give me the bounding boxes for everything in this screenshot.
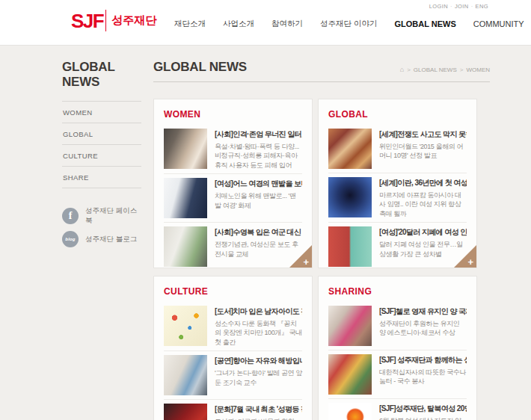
breadcrumb-global-news[interactable]: GLOBAL NEWS [414,67,457,73]
main-content: GLOBAL NEWS ⌂>GLOBAL NEWS>WOMEN WOMEN [사… [153,60,490,420]
news-thumbnail [328,129,372,169]
blog-icon: blog [62,231,79,247]
facebook-glyph: f [69,211,73,221]
news-desc: 성주재단이 후원하는 유지인 양 에스토니아·체코서 수상 [379,319,467,338]
news-panels: WOMEN [사회]인격·존엄 무너진 일터로 출근 욕설·차별·왕따·폭력 등… [153,99,477,420]
sidebar-item-culture[interactable]: CULTURE [62,145,141,167]
panel-women: WOMEN [사회]인격·존엄 무너진 일터로 출근 욕설·차별·왕따·폭력 등… [153,99,313,268]
news-desc: 6월 탈북 여성 대상 지도자 양성 교육 실시 [379,416,467,420]
news-item[interactable]: [세계]전쟁도 사고도 막지 못한 어머 위민인더월드 '2015 올해의 어머… [328,125,467,173]
sjf-logo[interactable]: SJF 성주재단 [71,10,156,31]
panel-more-button[interactable] [289,245,312,268]
blog-link[interactable]: blog 성주재단 블로그 [62,231,141,247]
news-thumbnail [328,177,372,217]
news-title: [도서]치마 입은 남자아이도 괜찮아 [215,306,302,317]
logo-text-en: SJF [71,11,103,31]
news-item[interactable]: [SJF]첼로 영재 유지인 양 국제콩쿠르 성주재단이 후원하는 유지인 양 … [328,302,467,350]
facebook-label: 성주재단 페이스북 [85,206,141,226]
utility-separator: · [450,3,452,10]
nav-foundation-intro[interactable]: 재단소개 [174,19,206,29]
news-desc: 마르지에 아프캄 동아시아 대사 임명.. 이란 여성 지위 향상 촉매 될까 [379,191,467,218]
nav-community[interactable]: COMMUNITY [473,19,524,28]
news-title: [SJF] 성주재단과 함께하는 성주그룹 [379,355,467,365]
news-title: [공연]향아는 자유와 해방입니다 [215,356,302,366]
sidebar: GLOBAL NEWS WOMEN GLOBAL CULTURE SHARE f… [62,60,141,253]
news-thumbnail [328,226,372,267]
news-title: [세계]이란, 36년만에 첫 여성 대사 [379,178,467,188]
news-title: [여성]'20달러 지폐에 여성 인물을' 캠 [379,227,467,238]
news-item[interactable]: [여성]어느 여경의 맨발을 보며 치매노인을 위해 맨발로... '맨발 여경… [164,173,302,222]
news-item[interactable]: [여성]'20달러 지폐에 여성 인물을' 캠 달러 지폐 여성 인물 전무…일… [328,222,467,268]
news-item[interactable]: WING [SJF]성주재단, 탈북여성 20명에 무 6월 탈북 여성 대상 … [328,398,467,420]
breadcrumb: ⌂>GLOBAL NEWS>WOMEN [400,66,490,75]
facebook-link[interactable]: f 성주재단 페이스북 [62,206,141,226]
news-desc: 성소수자 다룬 동화책 『꽁치의 옷장엔 치마만 100개』 국내 첫 출간 [215,319,302,347]
panel-global: GLOBAL [세계]전쟁도 사고도 막지 못한 어머 위민인더월드 '2015… [318,99,477,268]
panel-global-title[interactable]: GLOBAL [328,109,467,120]
news-thumbnail [164,355,207,395]
news-thumbnail [164,404,207,420]
utility-separator: · [471,3,473,10]
news-title: [여성]어느 여경의 맨발을 보며 [215,179,302,189]
join-link[interactable]: JOIN [455,3,469,10]
nav-foundation-story[interactable]: 성주재단 이야기 [320,19,377,29]
news-thumbnail [328,306,372,346]
news-thumbnail [328,354,372,395]
breadcrumb-separator: > [460,67,464,73]
news-desc: 대한적십자사의 따뜻한 국수나눔터 - 국수 봉사 [379,368,467,386]
nav-business-intro[interactable]: 사업소개 [223,19,254,29]
panel-women-title[interactable]: WOMEN [164,109,302,120]
news-title: [사회]수영복 입은 여군 대신 해병대 [215,227,302,238]
main-nav: 재단소개 사업소개 참여하기 성주재단 이야기 GLOBAL NEWS COMM… [174,19,524,29]
news-thumbnail [164,226,207,267]
news-item[interactable]: [SJF] 성주재단과 함께하는 성주그룹 대한적십자사의 따뜻한 국수나눔터 … [328,350,467,398]
news-item[interactable]: [도서]치마 입은 남자아이도 괜찮아 성소수자 다룬 동화책 『꽁치의 옷장엔… [164,302,302,350]
news-title: [문화]7월 국내 최초 '성평등 정책 전 [215,404,302,415]
sidebar-item-share[interactable]: SHARE [62,167,141,188]
sidebar-social-links: f 성주재단 페이스북 blog 성주재단 블로그 [62,206,141,247]
news-title: [사회]인격·존엄 무너진 일터로 출근 [215,129,302,140]
news-thumbnail [164,129,207,169]
panel-culture: CULTURE [도서]치마 입은 남자아이도 괜찮아 성소수자 다룬 동화책 … [153,276,313,420]
login-link[interactable]: LOGIN [429,3,448,10]
breadcrumb-women[interactable]: WOMEN [466,67,490,73]
panel-more-button[interactable] [454,245,476,268]
news-desc: 위민인더월드 '2015 올해의 어머니 10명' 선정 발표 [379,142,467,161]
news-item[interactable]: [사회]인격·존엄 무너진 일터로 출근 욕설·차별·왕따·폭력 등 다양...… [164,125,302,173]
news-thumbnail wing-logo: WING [328,403,372,420]
eng-link[interactable]: ENG [476,3,488,10]
panel-sharing: SHARING [SJF]첼로 영재 유지인 양 국제콩쿠르 성주재단이 후원하… [318,276,477,420]
news-desc: 욕설·차별·왕따·폭력 등 다양... 비정규직·성희롱 피해자·육아휴직 사용… [215,142,302,170]
panel-sharing-title[interactable]: SHARING [328,286,467,297]
sidebar-menu: WOMEN GLOBAL CULTURE SHARE [62,101,141,188]
nav-participate[interactable]: 참여하기 [271,19,303,29]
news-item[interactable]: [공연]향아는 자유와 해방입니다 '그녀가 논다-향아' 발레 공연 앞둔 조… [164,350,302,399]
title-divider [153,81,490,82]
news-desc: '그녀가 논다-향아' 발레 공연 앞둔 조기숙 교수 [215,368,302,387]
news-item[interactable]: [사회]수영복 입은 여군 대신 해병대 전쟁기념관, 여성신문 보도 후 전시… [164,222,302,268]
panel-culture-title[interactable]: CULTURE [164,286,302,297]
news-title: [SJF]성주재단, 탈북여성 20명에 무 [379,404,467,414]
news-desc: 도서관+기록관+박물관 합친 '라키비움' 형태 [215,417,302,420]
sidebar-title: GLOBAL NEWS [62,60,141,90]
news-item[interactable]: [문화]7월 국내 최초 '성평등 정책 전 도서관+기록관+박물관 합친 '라… [164,399,302,420]
news-thumbnail [164,306,207,346]
logo-divider [105,10,106,31]
news-title: [세계]전쟁도 사고도 막지 못한 어머 [379,129,467,140]
facebook-icon: f [62,208,79,224]
sidebar-item-global[interactable]: GLOBAL [62,123,141,145]
breadcrumb-separator: > [407,67,411,73]
nav-global-news[interactable]: GLOBAL NEWS [394,19,455,28]
news-title: [SJF]첼로 영재 유지인 양 국제콩쿠르 [379,306,467,317]
news-thumbnail [164,178,207,218]
logo-text-kr: 성주재단 [111,13,156,28]
sidebar-item-women[interactable]: WOMEN [62,102,141,123]
news-item[interactable]: [세계]이란, 36년만에 첫 여성 대사 마르지에 아프캄 동아시아 대사 임… [328,173,467,222]
blog-label: 성주재단 블로그 [85,235,137,244]
blog-glyph: blog [65,237,75,241]
news-desc: 치매노인을 위해 맨발로... '맨발 여경' 화제 [215,191,302,210]
header: LOGIN·JOIN·ENG SJF 성주재단 재단소개 사업소개 참여하기 성… [0,0,531,46]
page-title: GLOBAL NEWS [153,60,247,75]
home-icon[interactable]: ⌂ [400,66,404,73]
utility-links: LOGIN·JOIN·ENG [429,3,488,10]
